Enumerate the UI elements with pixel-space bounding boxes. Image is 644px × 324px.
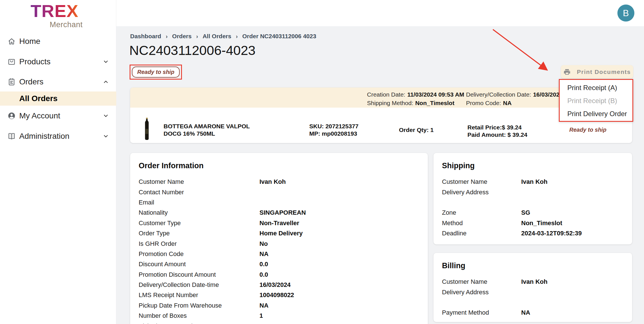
order-information-rows: Customer Name Ivan Koh Contact Number Em… (139, 177, 422, 324)
info-row: Payment Method NA (442, 308, 626, 318)
field-value: Ivan Koh (521, 278, 548, 285)
order-item-card: Creation Date: 11/03/2024 09:53 AM Shipp… (130, 88, 632, 143)
info-row: Nationality SINGAPOREAN (139, 208, 422, 218)
breadcrumb-separator: › (166, 33, 168, 40)
field-value: NA (521, 309, 530, 316)
printer-icon (563, 68, 571, 76)
print-menu-item[interactable]: Print Receipt (B) (560, 94, 632, 107)
sidebar-item-label: All Orders (19, 94, 57, 103)
print-menu-item[interactable]: Print Delivery Order (560, 107, 632, 120)
print-menu-item-label: Print Delivery Order (567, 110, 627, 118)
annotation-box: Ready to ship (130, 65, 182, 80)
user-avatar[interactable]: B (617, 5, 634, 22)
field-value: SG (521, 209, 530, 216)
field-label: Delivery Address (442, 289, 521, 296)
shipping-rows: Customer Name Ivan Koh Delivery Address … (442, 177, 626, 238)
brand-logo-subtitle: Merchant (0, 20, 83, 29)
product-qty: Order Qty: 1 (399, 127, 434, 133)
print-documents-button[interactable]: Print Documents (561, 65, 633, 78)
sidebar-item-my-account[interactable]: My Account (0, 106, 116, 126)
print-documents-menu: Print Receipt (A) Print Receipt (B) Prin… (559, 79, 633, 122)
field-label: LMS Receipt Number (139, 291, 259, 299)
field-label: Promotion Discount Amount (139, 271, 259, 278)
breadcrumb-orders[interactable]: Orders (172, 33, 192, 40)
sidebar-item-label: Orders (19, 77, 44, 86)
field-label: Customer Name (442, 278, 521, 285)
field-label: Payment Method (442, 309, 521, 316)
info-row: Picked Up By Courier NA (139, 321, 422, 324)
clipboard-icon (7, 78, 16, 86)
info-row: Is GHR Order No (139, 238, 422, 249)
field-value: 0.0 (259, 261, 268, 268)
print-menu-item-label: Print Receipt (B) (567, 97, 617, 105)
field-label: Is GHR Order (139, 240, 259, 248)
status-badge: Ready to ship (132, 67, 180, 78)
wine-bottle-image (143, 118, 151, 140)
field-value: Home Delivery (259, 230, 303, 237)
field-label: Customer Name (442, 178, 521, 186)
field-label: Customer Name (139, 178, 259, 186)
info-row: Zone SG (442, 208, 626, 218)
sidebar-item-orders[interactable]: Orders (0, 72, 116, 92)
sidebar-item-label: Products (19, 57, 51, 66)
creation-date: Creation Date: 11/03/2024 09:53 AM (367, 90, 464, 99)
breadcrumb-all-orders[interactable]: All Orders (203, 33, 231, 40)
field-label: Pickup Date From Warehouse (139, 302, 259, 309)
chevron-down-icon (103, 113, 109, 119)
info-row: LMS Receipt Number 1004098022 (139, 290, 422, 300)
info-row: Promotion Discount Amount 0.0 (139, 270, 422, 280)
info-row: Delivery Address (442, 287, 626, 297)
breadcrumb: Dashboard › Orders › All Orders › Order … (130, 33, 316, 40)
print-menu-item-label: Print Receipt (A) (567, 84, 617, 92)
info-row: Method Non_Timeslot (442, 218, 626, 228)
chevron-down-icon (103, 59, 109, 65)
field-label: Customer Type (139, 219, 259, 227)
sidebar-item-administration[interactable]: Administration (0, 126, 116, 146)
field-label: Nationality (139, 209, 259, 216)
breadcrumb-dashboard[interactable]: Dashboard (130, 33, 161, 40)
sidebar-item-home[interactable]: Home (0, 31, 116, 52)
info-row: Customer Name Ivan Koh (139, 177, 422, 187)
info-row (442, 297, 626, 308)
shipping-method: Shipping Method: Non_Timeslot (367, 99, 464, 107)
sidebar-item-products[interactable]: Products (0, 52, 116, 72)
field-value: Non_Timeslot (521, 219, 562, 227)
sidebar: TREX Merchant Home Products Orders All O… (0, 0, 116, 324)
field-label: Contact Number (139, 189, 259, 196)
field-label: Discount Amount (139, 261, 259, 268)
sidebar-item-label: Administration (19, 132, 69, 141)
chevron-down-icon (103, 133, 109, 139)
sidebar-item-label: Home (19, 37, 40, 46)
order-information-card: Order Information Customer Name Ivan Koh… (130, 153, 428, 324)
product-name: BOTTEGA AMARONE VALPOL DOCG 16% 750ML (164, 123, 250, 137)
sidebar-item-all-orders[interactable]: All Orders (0, 91, 116, 106)
field-label: Email (139, 199, 259, 206)
brand-logo-text: TREX (31, 2, 78, 20)
billing-rows: Customer Name Ivan Koh Delivery Address … (442, 277, 626, 318)
sidebar-item-label: My Account (19, 111, 60, 120)
field-value: SINGAPOREAN (259, 209, 306, 216)
print-menu-item[interactable]: Print Receipt (A) (560, 81, 632, 94)
field-value: NA (259, 302, 269, 309)
field-label: Delivery/Collection Date-time (139, 281, 259, 289)
field-value: No (259, 240, 268, 248)
field-label: Promotion Code (139, 250, 259, 258)
field-value: Ivan Koh (259, 178, 286, 186)
print-documents-label: Print Documents (577, 69, 631, 75)
top-bar: B (116, 0, 644, 27)
field-label: Picked Up By Courier (139, 323, 259, 324)
home-icon (7, 37, 16, 46)
field-label: Method (442, 219, 521, 227)
page-title: NC2403112006-4023 (129, 42, 256, 58)
breadcrumb-separator: › (196, 33, 198, 40)
field-value: NA (259, 323, 269, 324)
info-row: Discount Amount 0.0 (139, 259, 422, 269)
field-value: 1004098022 (259, 291, 294, 299)
billing-card: Billing Customer Name Ivan Koh Delivery … (433, 253, 632, 322)
info-row: Delivery/Collection Date-time 16/03/2024 (139, 280, 422, 290)
info-row: Deadline 2024-03-12T09:52:39 (442, 228, 626, 238)
field-value: Non-Traveller (259, 219, 299, 227)
chevron-up-icon (103, 79, 109, 85)
info-row: Number of Boxes 1 (139, 311, 422, 321)
product-price: Retail Price:$ 39.24 Paid Amount: $ 39.2… (467, 124, 527, 138)
